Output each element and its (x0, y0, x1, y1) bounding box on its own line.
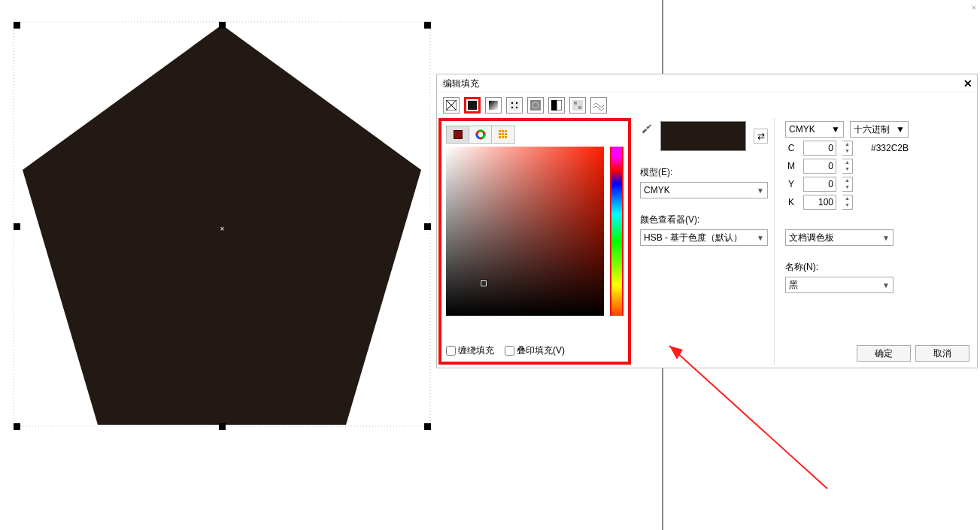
c-spinner[interactable]: ▲▼ (842, 141, 853, 156)
fill-texture-icon[interactable] (569, 97, 586, 114)
svg-rect-24 (502, 133, 504, 135)
model-select[interactable]: CMYK▼ (640, 182, 768, 198)
handle-w[interactable] (14, 223, 20, 230)
model-label: 模型(E): (640, 166, 768, 179)
fill-postscript-icon[interactable] (590, 97, 607, 114)
svg-rect-12 (551, 100, 557, 111)
viewer-tab-swatch-icon[interactable] (447, 126, 469, 143)
panel-close-icon[interactable]: × (972, 3, 976, 12)
name-select[interactable]: 黑▼ (785, 277, 894, 293)
svg-rect-25 (505, 133, 507, 135)
fill-none-icon[interactable] (443, 97, 460, 114)
saturation-value-picker[interactable] (446, 147, 604, 316)
k-spinner[interactable]: ▲▼ (842, 195, 853, 210)
handle-s[interactable] (219, 423, 226, 430)
overprint-fill-checkbox[interactable]: 叠印填充(V) (505, 344, 565, 357)
k-input[interactable] (803, 195, 836, 210)
fill-uniform-icon[interactable] (464, 97, 481, 114)
y-spinner[interactable]: ▲▼ (842, 177, 853, 192)
svg-rect-28 (505, 136, 507, 138)
values-column: CMYK▼ 十六进制▼ C ▲▼ #332C2B M ▲▼ Y ▲▼ K (774, 118, 971, 365)
svg-point-8 (511, 107, 513, 108)
viewer-tab-grid-icon[interactable] (492, 126, 514, 143)
svg-rect-13 (557, 100, 562, 111)
handle-sw[interactable] (14, 423, 20, 430)
m-input[interactable] (803, 159, 836, 174)
k-label: K (785, 197, 797, 207)
svg-point-7 (516, 102, 517, 104)
close-icon[interactable]: ✕ (963, 77, 972, 89)
svg-rect-5 (509, 100, 520, 111)
ok-button[interactable]: 确定 (857, 345, 911, 362)
wrap-fill-checkbox[interactable]: 缠绕填充 (446, 344, 494, 357)
hex-mode-select[interactable]: 十六进制▼ (850, 121, 909, 138)
dialog-title: 编辑填充 (437, 74, 977, 92)
fill-pattern-vector-icon[interactable] (506, 97, 523, 114)
fill-pattern-bitmap-icon[interactable] (527, 97, 544, 114)
c-label: C (785, 143, 797, 153)
svg-point-9 (516, 107, 517, 108)
colorspace-select[interactable]: CMYK▼ (785, 121, 844, 138)
handle-ne[interactable] (424, 22, 431, 29)
c-input[interactable] (803, 141, 836, 156)
viewer-tab-wheel-icon[interactable] (469, 126, 492, 143)
hue-slider[interactable] (610, 147, 623, 316)
svg-rect-27 (502, 136, 504, 138)
hex-value: #332C2B (871, 143, 909, 153)
y-label: Y (785, 179, 797, 189)
svg-rect-20 (499, 130, 501, 132)
center-marker[interactable]: × (219, 225, 226, 232)
svg-point-6 (511, 102, 513, 104)
svg-rect-22 (505, 130, 507, 132)
svg-rect-21 (502, 130, 504, 132)
swap-colors-icon[interactable]: ⇄ (754, 129, 768, 144)
handle-e[interactable] (424, 223, 431, 230)
m-label: M (785, 161, 797, 171)
fill-two-color-icon[interactable] (548, 97, 565, 114)
current-color-swatch (660, 121, 747, 151)
handle-nw[interactable] (14, 22, 20, 29)
edit-fill-dialog: 编辑填充 ✕ 缠绕填充 叠印填充(V) (436, 74, 978, 368)
fill-type-row (437, 92, 977, 115)
svg-rect-10 (530, 100, 541, 111)
svg-rect-16 (578, 106, 581, 109)
m-spinner[interactable]: ▲▼ (842, 159, 853, 174)
eyedropper-icon[interactable] (640, 121, 653, 135)
color-model-column: ⇄ 模型(E): CMYK▼ 颜色查看器(V): HSB - 基于色度（默认）▼ (631, 118, 774, 365)
svg-rect-26 (499, 136, 501, 138)
svg-rect-23 (499, 133, 501, 135)
sv-handle[interactable] (481, 280, 487, 286)
viewer-tabs (446, 126, 515, 144)
y-input[interactable] (803, 177, 836, 192)
viewer-select[interactable]: HSB - 基于色度（默认）▼ (640, 229, 768, 246)
color-picker-area: 缠绕填充 叠印填充(V) (438, 118, 631, 365)
palette-select[interactable]: 文档调色板▼ (785, 229, 894, 246)
fill-fountain-icon[interactable] (485, 97, 502, 114)
handle-n[interactable] (219, 22, 226, 29)
cancel-button[interactable]: 取消 (915, 345, 969, 362)
handle-se[interactable] (424, 423, 431, 430)
svg-rect-15 (574, 101, 577, 104)
name-label: 名称(N): (785, 261, 971, 274)
viewer-label: 颜色查看器(V): (640, 214, 768, 226)
